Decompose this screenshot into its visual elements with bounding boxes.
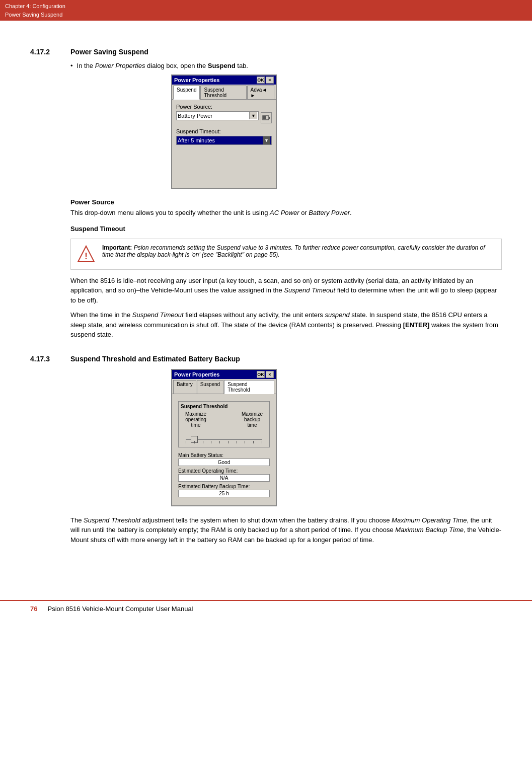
section-417-num: 4.17.2 <box>30 48 70 56</box>
power-source-value: Battery Power <box>178 113 212 119</box>
tick4 <box>211 441 211 443</box>
dialog-empty-area <box>176 149 272 184</box>
header-line1: Chapter 4: Configuration <box>5 2 527 11</box>
dialog-body-1: Power Source: Battery Power ▼ Suspend Ti… <box>172 100 276 188</box>
warning-box: ! Important: Psion recommends setting th… <box>70 239 502 270</box>
dialog-ok-btn-1[interactable]: OK <box>257 77 265 84</box>
main-battery-value: Good <box>178 459 270 466</box>
suspend-timeout-arrow[interactable]: ▼ <box>263 136 270 144</box>
section-4173-num: 4.17.3 <box>30 355 70 363</box>
tick6 <box>228 441 229 443</box>
tick5 <box>219 441 220 443</box>
section4173-para: The Suspend Threshold adjustment tells t… <box>70 515 502 545</box>
main-battery-status: Main Battery Status: Good <box>178 452 270 466</box>
est-backup-time: Estimated Battery Backup Time: 25 h <box>178 484 270 497</box>
tick8 <box>245 441 245 443</box>
power-source-arrow[interactable]: ▼ <box>249 112 257 119</box>
bullet-dot: • <box>70 62 73 69</box>
threshold-group: Suspend Threshold Maximizeoperatingtime … <box>178 401 270 447</box>
dialog-container-2: Power Properties OK × Battery Suspend Su… <box>171 369 502 506</box>
svg-rect-2 <box>263 116 266 119</box>
power-source-heading: Power Source <box>70 198 502 206</box>
dialog-body-2: Suspend Threshold Maximizeoperatingtime … <box>172 394 276 505</box>
est-operating-time: Estimated Operating Time: N/A <box>178 468 270 482</box>
footer-text: Psion 8516 Vehicle-Mount Computer User M… <box>47 605 193 613</box>
dialog-titlebar-1: Power Properties OK × <box>172 75 276 85</box>
tick10 <box>262 441 262 443</box>
section-4173-title: Suspend Threshold and Estimated Battery … <box>70 355 240 363</box>
dialog-title-1: Power Properties <box>174 77 219 83</box>
est-backup-label: Estimated Battery Backup Time: <box>178 484 270 489</box>
warning-icon: ! <box>76 244 96 264</box>
tick2 <box>194 441 195 443</box>
tick1 <box>186 441 186 443</box>
suspend-timeout-select[interactable]: After 5 minutes ▼ <box>176 136 272 145</box>
tab-suspend[interactable]: Suspend <box>173 86 200 100</box>
page-footer: 76 Psion 8516 Vehicle-Mount Computer Use… <box>0 600 532 617</box>
svg-text:!: ! <box>85 251 88 261</box>
suspend-timeout-value: After 5 minutes <box>178 137 215 143</box>
main-battery-label: Main Battery Status: <box>178 452 270 458</box>
header-line2: Power Saving Suspend <box>5 11 527 19</box>
power-properties-dialog-2: Power Properties OK × Battery Suspend Su… <box>171 369 277 506</box>
warning-text: Important: Psion recommends setting the … <box>102 244 496 258</box>
power-source-select[interactable]: Battery Power ▼ <box>176 111 259 120</box>
power-properties-dialog-1: Power Properties OK × Suspend Suspend Th… <box>171 74 277 189</box>
para2: When the time in the Suspend Timeout fie… <box>70 310 502 340</box>
dialog-tabs-1: Suspend Suspend Threshold Adva◄ ► <box>172 85 276 100</box>
tick9 <box>253 441 254 443</box>
suspend-timeout-label: Suspend Timeout: <box>176 128 272 134</box>
threshold-labels: Maximizeoperatingtime Maximizebackuptime <box>181 411 267 428</box>
label-left: Maximizeoperatingtime <box>181 411 211 428</box>
dialog-title-2: Power Properties <box>174 371 219 377</box>
header-bar: Chapter 4: Configuration Power Saving Su… <box>0 0 532 21</box>
slider-ticks <box>186 441 262 443</box>
battery-icon <box>261 112 272 123</box>
dialog-close-btn-1[interactable]: × <box>266 77 274 84</box>
est-operating-label: Estimated Operating Time: <box>178 468 270 474</box>
dialog-ok-btn-2[interactable]: OK <box>257 371 265 378</box>
dialog-close-btn-2[interactable]: × <box>266 371 274 378</box>
section-417-heading: 4.17.2 Power Saving Suspend <box>30 48 502 56</box>
tab-adva[interactable]: Adva◄ ► <box>247 86 274 99</box>
tick7 <box>237 441 237 443</box>
power-source-label: Power Source: <box>176 104 272 110</box>
dialog-titlebar-btns-1: OK × <box>257 77 274 84</box>
est-backup-value: 25 h <box>178 490 270 497</box>
page-content: 4.17.2 Power Saving Suspend • In the Pow… <box>0 21 532 580</box>
label-right: Maximizebackuptime <box>237 411 267 428</box>
bullet-text: In the Power Properties dialog box, open… <box>77 62 248 69</box>
dialog-titlebar-2: Power Properties OK × <box>172 370 276 379</box>
svg-rect-1 <box>269 117 270 119</box>
tab2-suspend[interactable]: Suspend <box>197 380 223 394</box>
bullet-row: • In the Power Properties dialog box, op… <box>70 62 502 69</box>
para1: When the 8516 is idle–not receiving any … <box>70 276 502 306</box>
power-source-desc: This drop-down menu allows you to specif… <box>70 208 502 218</box>
dialog-tabs-2: Battery Suspend Suspend Threshold <box>172 379 276 394</box>
suspend-timeout-heading: Suspend Timeout <box>70 225 502 233</box>
threshold-group-title: Suspend Threshold <box>181 404 267 409</box>
status-rows: Main Battery Status: Good Estimated Oper… <box>176 450 272 501</box>
footer-page-num: 76 <box>30 605 37 613</box>
tab2-battery[interactable]: Battery <box>173 380 196 394</box>
tab-suspend-threshold[interactable]: Suspend Threshold <box>200 86 246 99</box>
tab2-suspend-threshold[interactable]: Suspend Threshold <box>224 380 274 394</box>
threshold-slider-area <box>181 430 267 445</box>
dialog-container-1: Power Properties OK × Suspend Suspend Th… <box>171 74 502 189</box>
tick3 <box>203 441 203 443</box>
section-4173-heading: 4.17.3 Suspend Threshold and Estimated B… <box>30 355 502 363</box>
est-operating-value: N/A <box>178 474 270 482</box>
section-417-title: Power Saving Suspend <box>70 48 148 56</box>
dialog-titlebar-btns-2: OK × <box>257 371 274 378</box>
